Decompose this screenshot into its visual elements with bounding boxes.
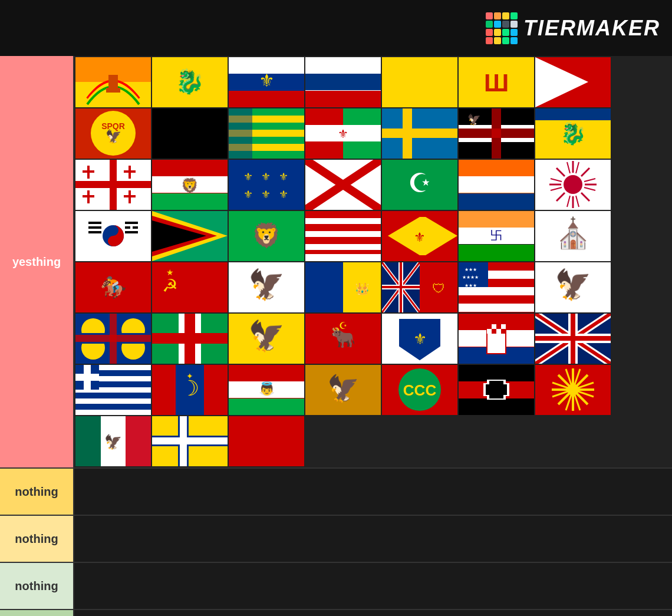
logo-dot bbox=[486, 21, 493, 28]
svg-text:🦅: 🦅 bbox=[248, 318, 285, 354]
tier-label-yesthing: yesthing bbox=[0, 56, 74, 467]
logo-dot bbox=[502, 12, 509, 19]
flag-cell[interactable]: Ш bbox=[459, 57, 534, 107]
svg-rect-11 bbox=[305, 74, 381, 90]
logo-grid-icon bbox=[486, 12, 518, 44]
flag-cell[interactable] bbox=[382, 57, 457, 107]
flag-cell[interactable] bbox=[75, 365, 151, 415]
flag-cell[interactable] bbox=[152, 108, 228, 159]
logo-dot bbox=[502, 29, 509, 36]
flag-cell[interactable] bbox=[152, 416, 228, 466]
svg-rect-118 bbox=[305, 254, 381, 261]
flag-cell[interactable]: ☽ ✦ bbox=[152, 365, 228, 415]
svg-rect-185 bbox=[492, 324, 496, 329]
svg-rect-206 bbox=[75, 410, 151, 415]
flag-cell[interactable] bbox=[535, 57, 611, 107]
flag-cell[interactable] bbox=[75, 211, 151, 261]
svg-rect-152 bbox=[459, 304, 534, 312]
tier-maker: TiERMAKER yesthing bbox=[0, 0, 672, 616]
flag-cell[interactable] bbox=[229, 108, 304, 159]
flag-cell[interactable]: ⚜ ⚜ ⚜ ⚜ ⚜ ⚜ bbox=[229, 160, 304, 210]
flag-cell[interactable]: 🦁 bbox=[229, 211, 304, 261]
flag-cell[interactable]: 🦅 bbox=[75, 416, 151, 466]
flag-cell[interactable]: SPQR 🦅 bbox=[75, 108, 151, 159]
svg-rect-101 bbox=[88, 222, 101, 224]
flag-cell[interactable] bbox=[75, 57, 151, 107]
flag-cell[interactable]: 🦅 bbox=[305, 365, 381, 415]
svg-text:🦅: 🦅 bbox=[555, 267, 592, 302]
svg-rect-79 bbox=[459, 176, 534, 193]
flag-cell[interactable] bbox=[459, 365, 534, 415]
svg-rect-55 bbox=[83, 170, 94, 173]
flag-cell[interactable]: 🦅 bbox=[459, 108, 534, 159]
flag-cell[interactable]: 👼 bbox=[229, 365, 304, 415]
svg-rect-249 bbox=[229, 416, 304, 466]
svg-rect-146 bbox=[382, 286, 420, 288]
tier-row-nothing3: nothing bbox=[0, 563, 672, 610]
flag-cell[interactable]: ☭ ★ bbox=[152, 262, 228, 312]
flag-cell[interactable]: 🦅 bbox=[229, 314, 304, 364]
svg-rect-209 bbox=[75, 374, 99, 381]
svg-rect-248 bbox=[180, 416, 187, 466]
flag-cell[interactable] bbox=[75, 160, 151, 210]
flag-cell[interactable]: 🦅 bbox=[229, 262, 304, 312]
flag-cell[interactable]: 👑 bbox=[305, 262, 381, 312]
flag-cell[interactable]: 🐂 ☪ bbox=[305, 314, 381, 364]
svg-text:★: ★ bbox=[166, 268, 174, 277]
flag-cell[interactable]: ☪ bbox=[382, 160, 457, 210]
svg-text:★★★: ★★★ bbox=[465, 267, 477, 272]
logo-dot bbox=[494, 12, 501, 19]
svg-rect-64 bbox=[152, 193, 228, 210]
flag-cell[interactable] bbox=[535, 365, 611, 415]
flag-cell[interactable] bbox=[152, 211, 228, 261]
svg-rect-49 bbox=[535, 108, 611, 120]
svg-rect-200 bbox=[535, 336, 611, 341]
svg-text:☪: ☪ bbox=[408, 168, 431, 198]
svg-text:👼: 👼 bbox=[259, 381, 275, 397]
svg-text:★★★★: ★★★★ bbox=[462, 275, 479, 280]
tier-content-yesthing: 🐉 ⚜ bbox=[74, 56, 672, 467]
flag-cell[interactable] bbox=[459, 314, 534, 364]
svg-rect-57 bbox=[124, 170, 136, 173]
header: TiERMAKER bbox=[0, 0, 672, 56]
svg-rect-171 bbox=[152, 333, 228, 344]
svg-rect-53 bbox=[75, 181, 151, 188]
flag-cell[interactable]: 卐 bbox=[459, 211, 534, 261]
flag-cell[interactable]: 🦅 bbox=[535, 262, 611, 312]
flag-cell[interactable] bbox=[459, 160, 534, 210]
svg-rect-187 bbox=[501, 324, 506, 329]
svg-rect-105 bbox=[125, 226, 130, 229]
flag-cell[interactable]: ⚜ bbox=[229, 57, 304, 107]
svg-text:⚜: ⚜ bbox=[261, 189, 271, 200]
svg-rect-191 bbox=[501, 329, 506, 334]
svg-rect-190 bbox=[496, 329, 501, 334]
flag-cell[interactable]: 🐉 bbox=[152, 57, 228, 107]
svg-rect-66 bbox=[229, 160, 304, 210]
svg-text:👑: 👑 bbox=[355, 282, 370, 296]
flag-cell[interactable]: ★★★ ★★★★ ★★★ bbox=[459, 262, 534, 312]
flag-cell[interactable]: 🛡 bbox=[382, 262, 457, 312]
flag-cell[interactable] bbox=[229, 416, 304, 466]
svg-rect-224 bbox=[459, 365, 534, 381]
flag-cell[interactable]: ⚜ bbox=[382, 314, 457, 364]
flag-cell[interactable] bbox=[75, 314, 151, 364]
svg-text:🦅: 🦅 bbox=[106, 129, 122, 144]
svg-text:🦁: 🦁 bbox=[252, 221, 281, 249]
flag-cell[interactable]: ⚜ bbox=[382, 211, 457, 261]
flag-cell[interactable]: 🦁 bbox=[152, 160, 228, 210]
flag-cell[interactable]: ССС bbox=[382, 365, 457, 415]
flag-cell[interactable] bbox=[535, 314, 611, 364]
flag-cell[interactable]: ⚜ bbox=[305, 108, 381, 159]
flag-cell[interactable] bbox=[152, 314, 228, 364]
flag-cell[interactable]: 🏇 bbox=[75, 262, 151, 312]
logo-text: TiERMAKER bbox=[523, 16, 660, 41]
flag-cell[interactable] bbox=[535, 160, 611, 210]
flag-cell[interactable] bbox=[305, 57, 381, 107]
flag-cell[interactable] bbox=[382, 108, 457, 159]
svg-rect-189 bbox=[492, 329, 496, 334]
flag-cell[interactable] bbox=[305, 160, 381, 210]
svg-text:⚜: ⚜ bbox=[243, 189, 253, 200]
flag-cell[interactable]: ⛪ bbox=[535, 211, 611, 261]
flag-cell[interactable] bbox=[305, 211, 381, 261]
flag-cell[interactable]: 🐉 bbox=[535, 108, 611, 159]
